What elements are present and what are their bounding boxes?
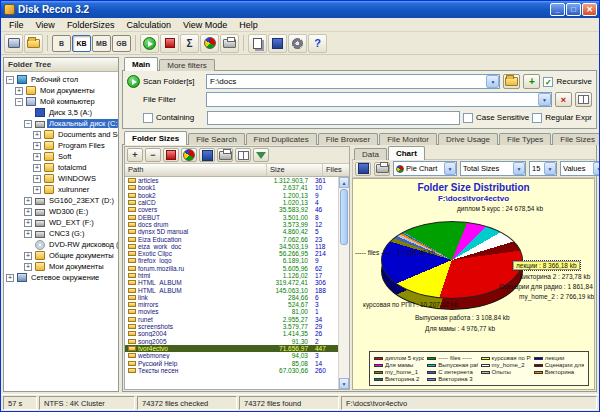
tab-file-search[interactable]: File Search [188, 133, 244, 145]
list-row[interactable]: runet2.955,2734 [125, 316, 338, 323]
list-row[interactable]: movies81,001 [125, 308, 338, 315]
list-row[interactable]: Русский Help85,0814 [125, 359, 338, 366]
print-button[interactable] [217, 148, 233, 162]
tree-item-мои-документы[interactable]: +Мои документы [4, 85, 118, 96]
list-row[interactable]: song200591,302 [125, 338, 338, 345]
recursive-checkbox[interactable]: ✓ [543, 77, 553, 87]
unit-b-button[interactable]: B [52, 35, 71, 52]
save-button[interactable] [199, 148, 215, 162]
chevron-down-icon[interactable]: ▼ [593, 162, 600, 175]
scroll-thumb[interactable] [340, 189, 348, 245]
add-folder-button[interactable]: + [523, 74, 540, 89]
expand-icon[interactable]: + [33, 175, 41, 183]
minimize-button[interactable]: _ [550, 3, 565, 16]
menu-item-foldersizes[interactable]: FolderSizes [61, 19, 121, 31]
list-row[interactable]: HTML_ALBUM145.063,10188 [125, 286, 338, 293]
chevron-down-icon[interactable]: ▼ [444, 162, 456, 175]
list-row[interactable]: Тексты песен67.030,66260 [125, 367, 338, 374]
expand-icon[interactable]: + [24, 263, 32, 271]
scroll-up-icon[interactable]: ▲ [339, 177, 349, 188]
tree-item-рабочий-стол[interactable]: −Рабочий стол [4, 74, 118, 85]
expand-icon[interactable]: + [15, 87, 23, 95]
list-row[interactable]: screenshots3.579,7729 [125, 323, 338, 330]
tree-item-wd300-e[interactable]: +WD300 (E:) [4, 206, 118, 217]
expand-all-button[interactable]: + [127, 148, 143, 162]
chart-combo-pie-chart[interactable]: Pie Chart▼ [393, 161, 457, 176]
menu-item-view-mode[interactable]: View Mode [177, 19, 233, 31]
tree-item-мой-компьютер[interactable]: −Мой компьютер [4, 96, 118, 107]
gear-button[interactable] [288, 34, 307, 53]
list-row[interactable]: mirrors524,673 [125, 301, 338, 308]
tab-chart[interactable]: Chart [388, 146, 425, 160]
close-button[interactable]: ✕ [582, 3, 597, 16]
computer-button[interactable] [4, 34, 23, 53]
tab-folder-sizes[interactable]: Folder Sizes [124, 131, 187, 145]
start-scan-button[interactable] [140, 34, 159, 53]
list-row[interactable]: html1.126,0217 [125, 272, 338, 279]
menu-item-help[interactable]: Help [233, 19, 264, 31]
list-row[interactable]: firefox_logo6.189,109 [125, 257, 338, 264]
list-row[interactable]: HTML_ALBUM319.472,41306 [125, 279, 338, 286]
filter-button[interactable] [253, 148, 269, 162]
list-row[interactable]: book12.637,4110 [125, 184, 338, 191]
collapse-icon[interactable]: − [24, 120, 32, 128]
expand-icon[interactable]: + [24, 197, 32, 205]
print-button[interactable] [220, 34, 239, 53]
column-header-size[interactable]: Size [267, 164, 323, 176]
tree-item-soft[interactable]: +Soft [4, 151, 118, 162]
expand-icon[interactable]: + [6, 274, 14, 282]
chart-combo-values[interactable]: Values▼ [560, 161, 600, 176]
chart-combo-15[interactable]: 15▼ [529, 161, 557, 176]
browse-folder-button[interactable] [503, 74, 520, 89]
tab-file-sizes[interactable]: File Sizes [552, 133, 600, 145]
expand-icon[interactable]: + [33, 131, 41, 139]
unit-gb-button[interactable]: GB [112, 35, 131, 52]
list-row[interactable]: Eiza Education7.062,6623 [125, 235, 338, 242]
tree-item-documents-and-settings[interactable]: +Documents and Settings [4, 129, 118, 140]
column-header-files[interactable]: Files [323, 164, 349, 176]
maximize-button[interactable]: □ [566, 3, 581, 16]
list-row[interactable]: DEBUT3.501,008 [125, 213, 338, 220]
chevron-down-icon[interactable]: ▼ [538, 93, 551, 106]
tree-item-totalcmd[interactable]: +totalcmd [4, 162, 118, 173]
pie-chart-button[interactable] [200, 34, 219, 53]
list-row[interactable]: calCD1.020,134 [125, 199, 338, 206]
list-row[interactable]: tvor4ectvo71.656,97447 [125, 345, 338, 352]
tree-item-сетевое-окружение[interactable]: +Сетевое окружение [4, 272, 118, 283]
list-row[interactable]: song20041.414,3526 [125, 330, 338, 337]
tree-item-общие-документы[interactable]: +Общие документы [4, 250, 118, 261]
tab-data[interactable]: Data [354, 148, 387, 160]
scan-folder-combo[interactable]: F:\docs ▼ [206, 74, 500, 89]
stop-button[interactable] [163, 148, 179, 162]
chart-combo-total-sizes[interactable]: Total Sizes▼ [460, 161, 526, 176]
regex-checkbox[interactable] [532, 113, 542, 123]
tab-file-monitor[interactable]: File Monitor [379, 133, 437, 145]
list-row[interactable]: forum.mozilla.ru5.605,9662 [125, 265, 338, 272]
expand-icon[interactable]: + [33, 186, 41, 194]
start-scan-icon[interactable] [127, 75, 140, 88]
filter-options-button[interactable] [575, 92, 592, 107]
tree-item-windows[interactable]: +WINDOWS [4, 173, 118, 184]
tree-item-cnc3-g[interactable]: +CNC3 (G:) [4, 228, 118, 239]
tab-more-filters[interactable]: More filters [159, 59, 215, 71]
tree-item-dvd-rw-дисковод-h[interactable]: DVD-RW дисковод (H:) [4, 239, 118, 250]
stop-scan-button[interactable] [160, 34, 179, 53]
collapse-all-button[interactable]: − [145, 148, 161, 162]
collapse-icon[interactable]: − [6, 76, 14, 84]
save-button[interactable] [355, 162, 371, 176]
tree-item-program-files[interactable]: +Program Files [4, 140, 118, 151]
list-row[interactable]: articles1.312.903,7361 [125, 177, 338, 184]
sum-button[interactable]: Σ [180, 34, 199, 53]
menu-item-file[interactable]: File [3, 19, 30, 31]
expand-icon[interactable]: + [24, 219, 32, 227]
tab-main[interactable]: Main [124, 57, 158, 71]
expand-icon[interactable]: + [24, 230, 32, 238]
menu-item-view[interactable]: View [30, 19, 61, 31]
open-folder-button[interactable] [24, 34, 43, 53]
unit-kb-button[interactable]: KB [72, 35, 91, 52]
expand-icon[interactable]: + [24, 208, 32, 216]
expand-icon[interactable]: + [33, 164, 41, 172]
tree-item-локальный-диск-c[interactable]: −Локальный диск (C:) [4, 118, 118, 129]
help-button[interactable]: ? [308, 34, 327, 53]
case-sensitive-checkbox[interactable] [463, 113, 473, 123]
